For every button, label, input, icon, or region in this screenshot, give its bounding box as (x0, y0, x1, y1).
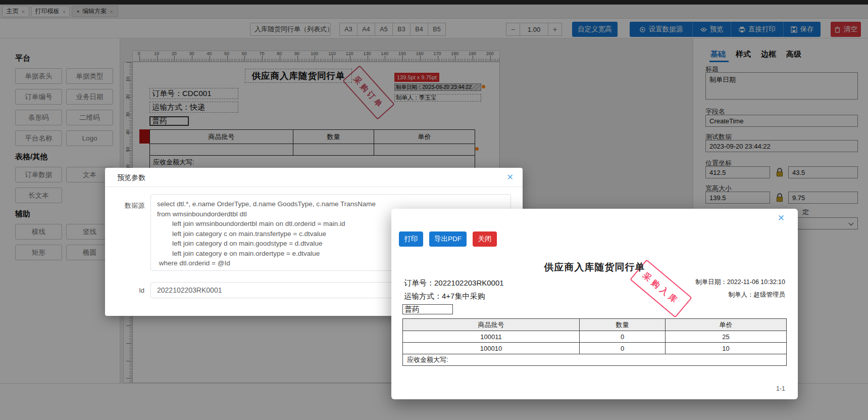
qty-cell: 0 (580, 343, 666, 354)
preview-order-no: 订单号：2022102203RK0001 (404, 278, 504, 288)
header-cell: 数量 (580, 319, 666, 331)
close-button[interactable]: 关闭 (473, 231, 497, 247)
modal-title: 预览参数 (117, 173, 145, 182)
price-cell: 10 (666, 343, 787, 354)
price-cell: 25 (666, 331, 787, 343)
id-label: Id (120, 287, 144, 294)
close-icon[interactable]: ✕ (507, 173, 514, 181)
qty-cell: 0 (580, 331, 666, 343)
export-pdf-button[interactable]: 导出PDF (429, 231, 467, 247)
preview-doc-title: 供应商入库随货同行单 (401, 261, 788, 274)
print-preview-modal: ✕ 打印 导出PDF 关闭 采购入库 供应商入库随货同行单 订单号：202210… (391, 209, 798, 399)
preview-data-table: 商品批号 数量 单价 100011 0 25 100010 0 10 (402, 318, 787, 366)
datasource-label: 数据源 (120, 201, 144, 210)
print-button[interactable]: 打印 (399, 231, 423, 247)
preview-drug-type: 普药 (402, 304, 453, 314)
table-header-row: 商品批号 数量 单价 (403, 319, 787, 331)
table-footer-row: 应收金额大写: (403, 354, 787, 366)
preview-transport: 运输方式：4+7集中采购 (404, 292, 485, 301)
page-number: 1-1 (725, 385, 785, 392)
table-row: 100010 0 10 (403, 343, 787, 354)
batch-cell: 100011 (403, 331, 580, 343)
preview-create-by: 制单人：超级管理员 (606, 291, 785, 299)
preview-create-date: 制单日期：2022-11-06 10:32:10 (606, 278, 785, 287)
modal-header: 预览参数 ✕ (105, 168, 523, 187)
header-cell: 商品批号 (403, 319, 580, 331)
footer-cell: 应收金额大写: (403, 354, 787, 366)
batch-cell: 100010 (403, 343, 580, 354)
table-row: 100011 0 25 (403, 331, 787, 343)
header-cell: 单价 (666, 319, 787, 331)
close-icon[interactable]: ✕ (778, 214, 785, 222)
